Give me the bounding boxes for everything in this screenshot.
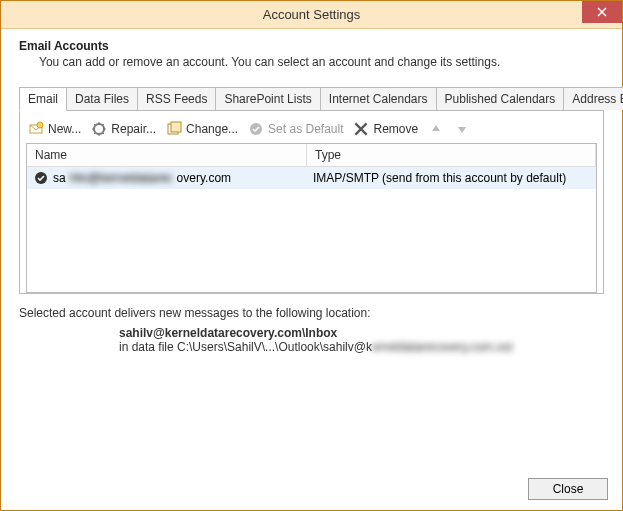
svg-point-1 bbox=[37, 122, 43, 128]
col-type[interactable]: Type bbox=[307, 144, 596, 166]
move-down-button bbox=[454, 121, 470, 137]
account-settings-window: Account Settings Email Accounts You can … bbox=[0, 0, 623, 511]
delivery-inbox: sahilv@kerneldatarecovery.com\Inbox bbox=[119, 326, 604, 340]
default-account-icon bbox=[33, 170, 49, 186]
col-name[interactable]: Name bbox=[27, 144, 307, 166]
section-description: You can add or remove an account. You ca… bbox=[39, 55, 604, 69]
change-label: Change... bbox=[186, 122, 238, 136]
remove-icon bbox=[353, 121, 369, 137]
table-row[interactable]: sahilv@kerneldatarecovery.com IMAP/SMTP … bbox=[27, 167, 596, 189]
account-name-hidden: hilv@kerneldatarec bbox=[70, 171, 173, 185]
dialog-body: Email Accounts You can add or remove an … bbox=[1, 29, 622, 468]
tab-content: New... Repair... Change... bbox=[19, 111, 604, 294]
account-name-suffix: overy.com bbox=[177, 171, 231, 185]
tab-published-calendars[interactable]: Published Calendars bbox=[436, 87, 565, 110]
toolbar: New... Repair... Change... bbox=[26, 117, 597, 143]
tab-internet-calendars[interactable]: Internet Calendars bbox=[320, 87, 437, 110]
change-button[interactable]: Change... bbox=[166, 121, 238, 137]
delivery-path-prefix: in data file C:\Users\SahilV\...\Outlook… bbox=[119, 340, 372, 354]
account-name-prefix: sa bbox=[53, 171, 66, 185]
tab-email[interactable]: Email bbox=[19, 87, 67, 111]
close-icon bbox=[597, 7, 607, 17]
table-header: Name Type bbox=[27, 144, 596, 167]
arrow-down-icon bbox=[454, 121, 470, 137]
cell-type: IMAP/SMTP (send from this account by def… bbox=[307, 168, 596, 188]
window-close-button[interactable] bbox=[582, 1, 622, 23]
tab-strip: Email Data Files RSS Feeds SharePoint Li… bbox=[19, 87, 604, 111]
remove-label: Remove bbox=[373, 122, 418, 136]
tab-data-files[interactable]: Data Files bbox=[66, 87, 138, 110]
svg-rect-4 bbox=[171, 122, 181, 132]
dialog-footer: Close bbox=[1, 468, 622, 510]
repair-label: Repair... bbox=[111, 122, 156, 136]
change-icon bbox=[166, 121, 182, 137]
new-icon bbox=[28, 121, 44, 137]
close-button[interactable]: Close bbox=[528, 478, 608, 500]
arrow-up-icon bbox=[428, 121, 444, 137]
section-title: Email Accounts bbox=[19, 39, 604, 53]
set-default-label: Set as Default bbox=[268, 122, 343, 136]
window-title: Account Settings bbox=[1, 7, 622, 22]
cell-name: sahilv@kerneldatarecovery.com bbox=[27, 167, 307, 189]
delivery-info: Selected account delivers new messages t… bbox=[19, 306, 604, 354]
delivery-path: in data file C:\Users\SahilV\...\Outlook… bbox=[119, 340, 604, 354]
delivery-path-hidden: erneldatarecovery.com.ost bbox=[372, 340, 513, 354]
move-up-button bbox=[428, 121, 444, 137]
remove-button[interactable]: Remove bbox=[353, 121, 418, 137]
tab-address-books[interactable]: Address Books bbox=[563, 87, 623, 110]
repair-button[interactable]: Repair... bbox=[91, 121, 156, 137]
titlebar: Account Settings bbox=[1, 1, 622, 29]
repair-icon bbox=[91, 121, 107, 137]
accounts-table: Name Type sahilv@kerneldatarecovery.com … bbox=[26, 143, 597, 293]
delivery-label: Selected account delivers new messages t… bbox=[19, 306, 604, 320]
tab-sharepoint-lists[interactable]: SharePoint Lists bbox=[215, 87, 320, 110]
check-circle-icon bbox=[248, 121, 264, 137]
tab-rss-feeds[interactable]: RSS Feeds bbox=[137, 87, 216, 110]
set-default-button: Set as Default bbox=[248, 121, 343, 137]
new-button[interactable]: New... bbox=[28, 121, 81, 137]
new-label: New... bbox=[48, 122, 81, 136]
